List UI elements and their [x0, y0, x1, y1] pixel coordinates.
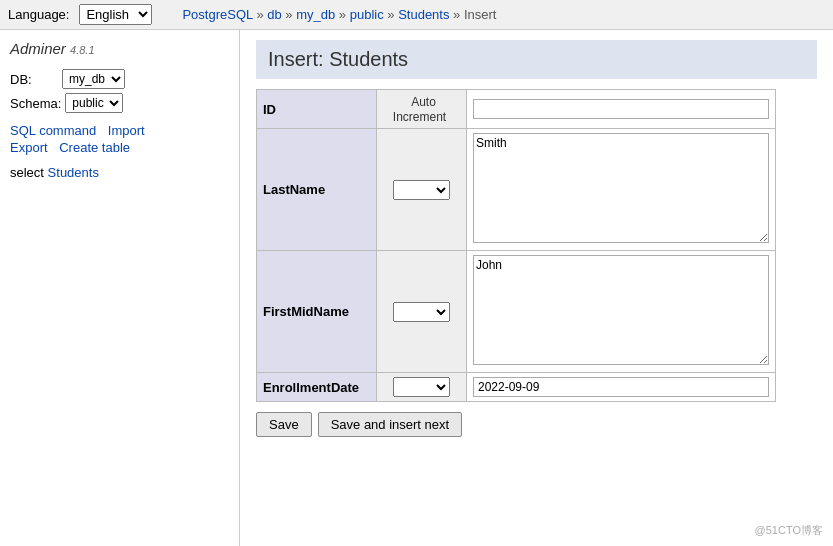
table-row: ID Auto Increment	[257, 90, 776, 129]
field-type-enrollmentdate: NULL	[377, 373, 467, 402]
field-value-lastname: Smith	[467, 129, 776, 251]
schema-row: Schema: public	[10, 93, 229, 113]
insert-table: ID Auto Increment LastName NULL	[256, 89, 776, 402]
breadcrumb-my-db[interactable]: my_db	[296, 7, 335, 22]
field-value-firstmidname: John	[467, 251, 776, 373]
id-input[interactable]	[473, 99, 769, 119]
table-row: FirstMidName NULL John	[257, 251, 776, 373]
language-select[interactable]: English German French Spanish	[79, 4, 152, 25]
save-button[interactable]: Save	[256, 412, 312, 437]
breadcrumb-public[interactable]: public	[350, 7, 384, 22]
field-label-lastname: LastName	[257, 129, 377, 251]
field-value-enrollmentdate	[467, 373, 776, 402]
import-link[interactable]: Import	[108, 123, 145, 138]
select-students-link[interactable]: Students	[48, 165, 99, 180]
lastname-textarea[interactable]: Smith	[473, 133, 769, 243]
db-select[interactable]: my_db	[62, 69, 125, 89]
db-row: DB: my_db	[10, 69, 229, 89]
schema-select[interactable]: public	[65, 93, 123, 113]
table-row: LastName NULL Smith	[257, 129, 776, 251]
breadcrumb-postgresql[interactable]: PostgreSQL	[182, 7, 252, 22]
field-label-firstmidname: FirstMidName	[257, 251, 377, 373]
schema-label: Schema:	[10, 96, 61, 111]
create-table-link[interactable]: Create table	[59, 140, 130, 155]
breadcrumb: PostgreSQL » db » my_db » public » Stude…	[182, 7, 496, 22]
breadcrumb-insert: Insert	[464, 7, 497, 22]
main-content: Insert: Students ID Auto Increment LastN…	[240, 30, 833, 546]
adminer-version: 4.8.1	[70, 44, 94, 56]
top-bar: Language: English German French Spanish …	[0, 0, 833, 30]
enrollmentdate-type-select[interactable]: NULL	[393, 377, 450, 397]
db-label: DB:	[10, 72, 58, 87]
export-link[interactable]: Export	[10, 140, 48, 155]
language-label: Language:	[8, 7, 69, 22]
enrollmentdate-input[interactable]	[473, 377, 769, 397]
sidebar-links-row2: Export Create table	[10, 140, 229, 155]
auto-increment-label: Auto Increment	[393, 95, 450, 124]
field-label-id: ID	[257, 90, 377, 129]
sql-command-link[interactable]: SQL command	[10, 123, 96, 138]
field-type-firstmidname: NULL	[377, 251, 467, 373]
button-row: Save Save and insert next	[256, 412, 817, 437]
field-type-lastname: NULL	[377, 129, 467, 251]
sidebar-links: SQL command Import Export Create table	[10, 123, 229, 155]
field-label-enrollmentdate: EnrollmentDate	[257, 373, 377, 402]
save-insert-next-button[interactable]: Save and insert next	[318, 412, 463, 437]
breadcrumb-students[interactable]: Students	[398, 7, 449, 22]
table-row: EnrollmentDate NULL	[257, 373, 776, 402]
firstmidname-type-select[interactable]: NULL	[393, 302, 450, 322]
adminer-title: Adminer 4.8.1	[10, 40, 229, 57]
breadcrumb-db[interactable]: db	[267, 7, 281, 22]
watermark: @51CTO博客	[755, 523, 823, 538]
layout: Adminer 4.8.1 DB: my_db Schema: public S…	[0, 30, 833, 546]
lastname-type-select[interactable]: NULL	[393, 180, 450, 200]
field-type-id: Auto Increment	[377, 90, 467, 129]
sidebar: Adminer 4.8.1 DB: my_db Schema: public S…	[0, 30, 240, 546]
sidebar-select: select Students	[10, 165, 229, 180]
field-value-id	[467, 90, 776, 129]
firstmidname-textarea[interactable]: John	[473, 255, 769, 365]
page-title: Insert: Students	[256, 40, 817, 79]
select-label: select	[10, 165, 44, 180]
sidebar-links-row1: SQL command Import	[10, 123, 229, 138]
